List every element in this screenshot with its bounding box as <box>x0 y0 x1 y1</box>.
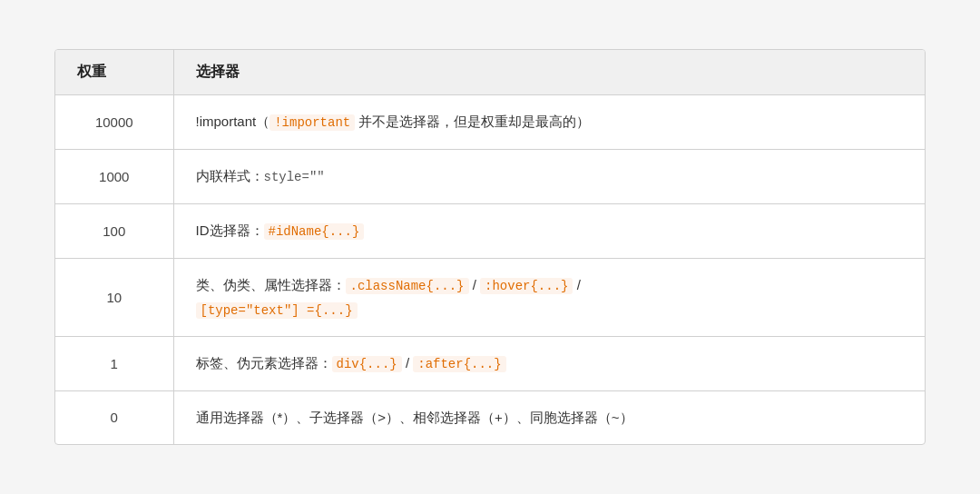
selector-cell: 通用选择器（*）、子选择器（>）、相邻选择器（+）、同胞选择器（~） <box>173 391 925 444</box>
selector-text: 标签、伪元素选择器： <box>196 355 332 370</box>
selector-text: 通用选择器（*）、子选择器（>）、相邻选择器（+）、同胞选择器（~） <box>196 410 633 425</box>
weight-cell: 100 <box>55 203 173 258</box>
weight-cell: 1000 <box>55 150 173 204</box>
table-row: 1000 内联样式：style="" <box>55 150 925 204</box>
weight-cell: 10000 <box>55 95 173 150</box>
selector-text: !important（ <box>196 114 270 129</box>
selector-cell: 内联样式：style="" <box>173 150 925 204</box>
header-selector: 选择器 <box>173 50 925 95</box>
selector-text: 内联样式： <box>196 168 264 183</box>
table-row: 1 标签、伪元素选择器：div{...} / :after{...} <box>55 337 925 391</box>
selector-suffix: 并不是选择器，但是权重却是最高的） <box>355 114 590 129</box>
selector-code: style="" <box>264 170 325 184</box>
selector-code: !important <box>270 114 355 131</box>
table-row: 10 类、伪类、属性选择器：.className{...} / :hover{.… <box>55 258 925 337</box>
selector-code-2: :hover{...} <box>480 278 573 294</box>
selector-cell: !important（!important 并不是选择器，但是权重却是最高的） <box>173 95 925 150</box>
selector-cell: ID选择器：#idName{...} <box>173 203 925 258</box>
table-row: 0 通用选择器（*）、子选择器（>）、相邻选择器（+）、同胞选择器（~） <box>55 391 925 444</box>
table-row: 100 ID选择器：#idName{...} <box>55 203 925 258</box>
selector-code-2: :after{...} <box>413 356 505 372</box>
selector-code-1: .className{...} <box>346 278 469 294</box>
sep-2: / <box>573 277 580 292</box>
selector-code: #idName{...} <box>264 223 365 240</box>
weight-cell: 1 <box>55 337 173 391</box>
sep-1: / <box>402 355 414 370</box>
selector-code-3: [type="text"] ={...} <box>196 302 358 319</box>
header-weight: 权重 <box>55 50 173 95</box>
weight-cell: 10 <box>55 258 173 337</box>
weight-cell: 0 <box>55 391 173 444</box>
selector-code-1: div{...} <box>332 356 402 372</box>
table-row: 10000 !important（!important 并不是选择器，但是权重却… <box>55 95 925 150</box>
sep-1: / <box>469 277 481 292</box>
css-specificity-table: 权重 选择器 10000 !important（!important 并不是选择… <box>54 49 926 444</box>
selector-text: ID选择器： <box>196 222 264 238</box>
selector-cell: 类、伪类、属性选择器：.className{...} / :hover{...}… <box>173 258 925 337</box>
selector-cell: 标签、伪元素选择器：div{...} / :after{...} <box>173 337 925 391</box>
selector-text: 类、伪类、属性选择器： <box>196 277 346 292</box>
